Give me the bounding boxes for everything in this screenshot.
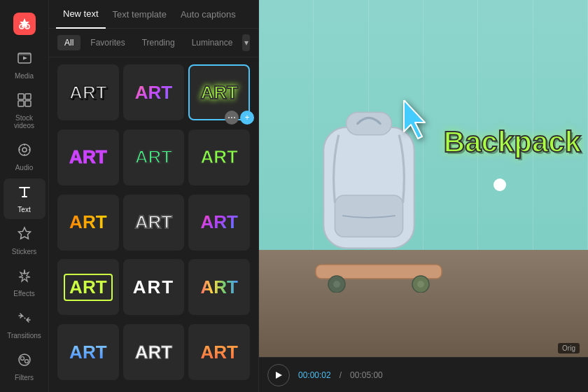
sidebar: Media Stock videos Audio (0, 0, 49, 392)
transitions-icon (17, 310, 32, 329)
svg-rect-6 (25, 94, 31, 99)
filter-favorites[interactable]: Favorites (83, 35, 132, 50)
sidebar-item-effects[interactable]: Effects (4, 262, 46, 303)
add-style-btn[interactable]: + (240, 111, 254, 125)
style-label-8: ART (135, 211, 172, 233)
time-separator: / (340, 370, 342, 380)
style-label-4: ART (69, 146, 106, 168)
svg-rect-7 (18, 101, 24, 106)
media-icon (17, 50, 32, 69)
sidebar-label-transitions: Transitions (7, 332, 41, 340)
text-icon (17, 184, 32, 203)
bottom-bar: 00:00:02 / 00:05:00 (259, 357, 588, 392)
style-label-3: ART (200, 82, 237, 104)
style-item-15[interactable]: ART (188, 324, 250, 380)
sidebar-label-filters: Filters (15, 374, 34, 382)
style-label-2: ART (135, 82, 172, 104)
sidebar-item-audio[interactable]: Audio (4, 136, 46, 177)
play-button[interactable] (267, 364, 290, 386)
tab-auto-captions[interactable]: Auto captions (174, 1, 243, 28)
stickers-icon (17, 226, 32, 245)
svg-marker-28 (404, 100, 425, 139)
time-current: 00:00:02 (298, 370, 331, 380)
style-item-14[interactable]: ART (123, 324, 185, 380)
tab-text-template[interactable]: Text template (106, 1, 174, 28)
sidebar-item-filters[interactable]: Filters (4, 346, 46, 387)
style-item-7[interactable]: ART (57, 195, 119, 251)
logo-area (13, 6, 36, 43)
style-item-11[interactable]: ART (123, 259, 185, 315)
sidebar-label-stock: Stock videos (8, 114, 41, 130)
sidebar-item-stickers[interactable]: Stickers (4, 220, 46, 261)
style-label-5: ART (135, 146, 172, 168)
svg-point-27 (417, 281, 424, 288)
text-panel: New text Text template Auto captions All… (49, 0, 259, 392)
panel-tabs: New text Text template Auto captions (49, 0, 258, 29)
svg-rect-8 (25, 101, 31, 106)
style-label-13: ART (69, 342, 106, 363)
video-background: Backpack (259, 0, 588, 357)
sidebar-label-text: Text (18, 206, 30, 214)
sidebar-label-media: Media (15, 72, 34, 80)
style-item-6[interactable]: ART (188, 130, 250, 186)
svg-rect-5 (18, 94, 24, 99)
filter-luminance[interactable]: Luminance (185, 35, 240, 50)
style-grid: ART ART ART ⋯ + ART ART ART ART ART (49, 57, 258, 392)
preview-area: Backpack Orig 00:00:02 / 00:05:00 (259, 0, 588, 392)
svg-point-10 (22, 148, 27, 152)
style-item-10[interactable]: ART (57, 259, 119, 315)
style-label-12: ART (200, 276, 237, 298)
svg-rect-21 (346, 112, 392, 134)
filter-all[interactable]: All (57, 35, 80, 50)
playback-controls: 00:00:02 / 00:05:00 (267, 364, 383, 386)
style-label-9: ART (200, 211, 237, 233)
style-label-11: ART (133, 276, 174, 298)
style-item-13[interactable]: ART (57, 324, 119, 380)
sidebar-label-audio: Audio (15, 164, 34, 172)
style-item-4[interactable]: ART (57, 130, 119, 186)
style-item-9[interactable]: ART (188, 195, 250, 251)
filter-dropdown-btn[interactable]: ▾ (242, 34, 250, 51)
style-label-7: ART (69, 211, 106, 233)
style-item-12[interactable]: ART (188, 259, 250, 315)
filter-trending[interactable]: Trending (135, 35, 182, 50)
style-item-3[interactable]: ART ⋯ + (188, 64, 250, 120)
selection-handle[interactable] (493, 178, 506, 191)
stock-icon (17, 92, 32, 111)
filters-icon (17, 352, 32, 371)
sidebar-item-media[interactable]: Media (4, 45, 46, 85)
svg-point-25 (333, 281, 340, 288)
svg-marker-29 (276, 372, 282, 379)
cursor-arrow (397, 100, 432, 145)
sidebar-item-text[interactable]: Text (4, 178, 46, 219)
tab-new-text[interactable]: New text (56, 0, 106, 29)
sidebar-label-stickers: Stickers (12, 248, 37, 255)
style-label-15: ART (200, 342, 237, 363)
time-total: 00:05:00 (350, 370, 383, 380)
style-label-10: ART (64, 274, 112, 301)
style-label-1: ART (69, 82, 106, 104)
effects-icon (17, 268, 32, 287)
style-label-14: ART (135, 342, 172, 363)
backpack-overlay-text: Backpack (444, 125, 581, 159)
app-logo (13, 13, 36, 35)
sidebar-label-effects: Effects (13, 290, 34, 298)
svg-point-9 (19, 144, 30, 155)
svg-line-15 (22, 316, 27, 320)
style-item-8[interactable]: ART (123, 195, 185, 251)
style-label-6: ART (200, 146, 237, 168)
style-item-1[interactable]: ART (57, 64, 119, 120)
add-overlay: ⋯ + (225, 111, 254, 125)
preview-video: Backpack (259, 0, 588, 357)
sidebar-item-transitions[interactable]: Transitions (4, 304, 46, 345)
preview-btn[interactable]: ⋯ (225, 111, 239, 125)
orig-badge: Orig (558, 343, 580, 354)
sidebar-item-stock[interactable]: Stock videos (4, 87, 46, 135)
style-item-2[interactable]: ART (123, 64, 185, 120)
filter-tabs: All Favorites Trending Luminance ▾ (49, 29, 258, 57)
style-item-5[interactable]: ART (123, 130, 185, 186)
skateboard-illustration (309, 258, 449, 293)
svg-rect-4 (18, 53, 31, 55)
audio-icon (17, 142, 32, 161)
